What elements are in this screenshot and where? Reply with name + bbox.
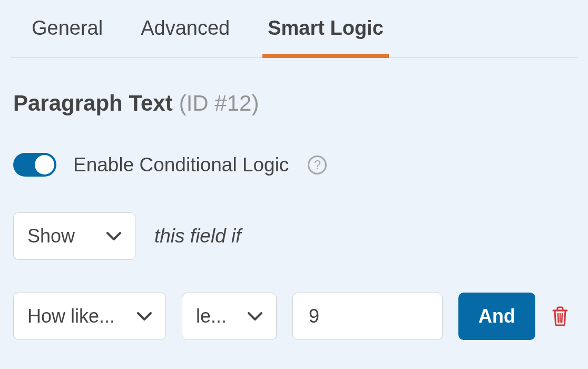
action-select[interactable]: Show [13, 212, 135, 260]
field-heading: Paragraph Text (ID #12) [11, 58, 577, 116]
toggle-knob [35, 155, 54, 174]
field-heading-label: Paragraph Text [13, 91, 173, 116]
conditional-logic-toggle[interactable] [13, 153, 56, 177]
field-heading-id: (ID #12) [179, 91, 259, 116]
help-icon[interactable]: ? [308, 156, 327, 174]
action-suffix: this field if [154, 225, 241, 247]
condition-field-select[interactable]: How like... [13, 293, 166, 340]
condition-field-value: How like... [27, 305, 115, 327]
condition-operator-select[interactable]: le... [182, 293, 277, 340]
action-row: Show this field if [11, 177, 577, 260]
tab-advanced[interactable]: Advanced [141, 17, 230, 57]
condition-row: How like... le... And [11, 260, 577, 340]
svg-line-2 [562, 314, 562, 322]
condition-operator-value: le... [196, 305, 227, 327]
action-select-value: Show [27, 225, 75, 247]
conditional-logic-toggle-row: Enable Conditional Logic ? [11, 116, 577, 177]
conditional-logic-label: Enable Conditional Logic [73, 154, 289, 176]
chevron-down-icon [106, 231, 121, 241]
condition-value-input[interactable] [292, 293, 443, 340]
tab-general[interactable]: General [32, 17, 103, 57]
chevron-down-icon [137, 312, 152, 321]
chevron-down-icon [248, 312, 262, 321]
trash-icon[interactable] [551, 306, 569, 326]
tab-smart-logic[interactable]: Smart Logic [268, 17, 384, 57]
tabs-bar: General Advanced Smart Logic [11, 0, 577, 58]
and-button[interactable]: And [458, 293, 535, 340]
svg-line-0 [558, 314, 558, 322]
